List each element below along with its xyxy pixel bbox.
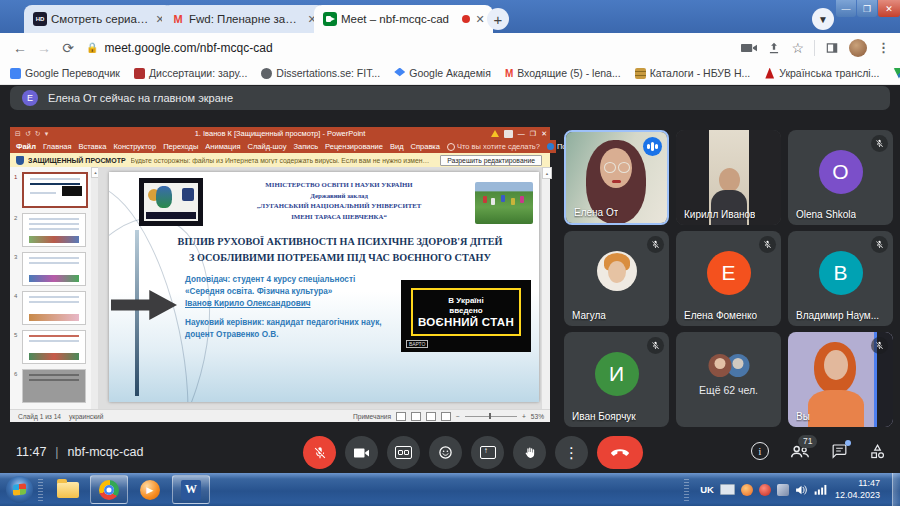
captions-button[interactable] [387,436,420,469]
reactions-button[interactable] [429,436,462,469]
leave-call-button[interactable] [597,436,643,469]
refresh-icon[interactable]: ⟳ [56,36,80,60]
ppt-tab-file[interactable]: Файл [16,142,36,151]
ppt-close-button[interactable]: ✕ [541,130,547,138]
tray-antivirus-icon[interactable] [741,484,753,496]
notes-toggle[interactable]: Примечания [353,413,391,420]
activities-icon[interactable] [869,443,886,460]
tab-close-icon[interactable]: ✕ [473,12,487,26]
participant-tile-kirill-ivanov[interactable]: Кирилл Иванов [676,130,781,225]
thumbnail-scrollbar[interactable]: ▲ [91,167,98,409]
mic-toggle-button[interactable] [303,436,336,469]
zoom-out-icon[interactable]: − [456,413,460,420]
bookmark-transliteration[interactable]: Українська транслі... [757,67,886,79]
keyboard-layout-icon[interactable] [720,484,735,495]
forward-icon[interactable]: → [32,36,56,60]
slide-thumbnail[interactable]: 4 [14,291,94,325]
back-icon[interactable]: ← [8,36,32,60]
self-view-tile[interactable]: Вы [788,332,893,427]
reading-view-icon[interactable] [426,412,436,421]
raise-hand-button[interactable] [513,436,546,469]
taskbar-media-player[interactable]: ▶ [132,476,168,503]
ppt-tab-view[interactable]: Вид [390,142,404,151]
enable-editing-button[interactable]: Разрешить редактирование [440,155,542,166]
language-indicator[interactable]: украинский [69,413,103,420]
normal-view-icon[interactable] [396,412,406,421]
participant-tile-vladimir-naum[interactable]: B Владимир Наум... [788,231,893,326]
participant-photo-avatar [597,251,637,291]
ppt-tab-home[interactable]: Главная [43,142,72,151]
ppt-tab-help[interactable]: Справка [411,142,440,151]
url-text[interactable]: meet.google.com/nbf-mcqc-cad [104,41,272,55]
ppt-tab-animations[interactable]: Анимация [205,142,240,151]
slide-thumbnail[interactable]: 5 [14,330,94,364]
tray-app-icon[interactable] [777,484,789,496]
ppt-tab-review[interactable]: Рецензирование [325,142,383,151]
tab-meet-active[interactable]: Meet – nbf-mcqc-cad ✕ [314,5,493,33]
more-options-button[interactable]: ⋮ [555,436,588,469]
sorter-view-icon[interactable] [411,412,421,421]
tab-gmail[interactable]: M Fwd: Пленарне засідання Всеук ✕ [162,5,325,33]
window-maximize-button[interactable]: ❐ [857,0,877,17]
ppt-tell-me[interactable]: Что вы хотите сделать? [447,142,540,151]
bookmark-dissertations-se[interactable]: Dissertations.se: FIT... [254,67,387,79]
taskbar-chrome[interactable] [90,475,128,504]
network-icon[interactable] [814,484,827,495]
slide-thumbnail[interactable]: 3 [14,252,94,286]
zoom-in-icon[interactable]: + [522,413,526,420]
ppt-tab-insert[interactable]: Вставка [79,142,107,151]
language-indicator[interactable]: UK [700,484,714,495]
bookmark-scholar[interactable]: Google Академія [387,67,498,79]
tray-cleaner-icon[interactable] [759,484,771,496]
ppt-tab-transitions[interactable]: Переходы [163,142,198,151]
zoom-level[interactable]: 53% [531,413,544,420]
slide-thumbnail[interactable]: 1 [14,172,94,208]
bookmark-dissertations-ru[interactable]: Диссертации: зару... [127,67,254,79]
taskbar-explorer[interactable] [50,476,86,503]
ppt-minimize-button[interactable]: — [518,130,525,137]
tab-label: Meet – nbf-mcqc-cad [341,13,455,25]
show-desktop-button[interactable] [892,473,900,506]
volume-icon[interactable] [795,484,808,496]
zoom-slider[interactable] [465,416,517,417]
participant-tile-olena-shkola[interactable]: O Olena Shkola [788,130,893,225]
present-button[interactable] [471,436,504,469]
window-minimize-button[interactable]: — [836,0,856,17]
tab-camera-icon[interactable] [741,42,757,54]
bookmark-translate[interactable]: Google Переводчик [0,67,127,79]
camera-toggle-button[interactable] [345,436,378,469]
ppt-tab-record[interactable]: Запись [293,142,318,151]
chrome-menu-icon[interactable]: ⋮ [877,40,890,55]
people-panel-icon[interactable]: 71 [790,444,810,459]
taskbar-word[interactable]: W [172,475,210,504]
window-close-button[interactable]: ✕ [878,0,900,17]
slide-scrollbar[interactable]: ▲ [541,167,550,409]
bookmark-catalogs[interactable]: Каталоги - НБУВ Н... [628,67,758,79]
share-icon[interactable] [767,41,781,55]
new-tab-button[interactable]: + [487,8,509,30]
profile-avatar[interactable] [849,39,867,57]
slide-thumbnail[interactable]: 6 [14,369,94,403]
participant-tile-elena-fomenko[interactable]: E Елена Фоменко [676,231,781,326]
bookmark-inbox[interactable]: M Входящие (5) - lena... [498,67,628,79]
ppt-tab-design[interactable]: Конструктор [113,142,156,151]
more-participants-tile[interactable]: Ещё 62 чел. [676,332,781,427]
slideshow-view-icon[interactable] [441,412,451,421]
ppt-account-avatar[interactable] [504,130,513,138]
tab-serial[interactable]: HD Смотреть сериал Как избежать ✕ [24,5,173,33]
start-button[interactable] [6,476,33,503]
side-panel-icon[interactable] [825,41,839,55]
taskbar-clock[interactable]: 11:47 12.04.2023 [835,478,880,501]
tab-search-chevron-icon[interactable]: ▼ [812,8,834,30]
bookmark-star-icon[interactable]: ☆ [791,40,804,56]
ppt-restore-button[interactable]: ❐ [530,130,536,138]
ppt-tab-slideshow[interactable]: Слайд-шоу [248,142,287,151]
participant-tile-magula[interactable]: Магула [564,231,669,326]
omnibox[interactable]: 🔒 meet.google.com/nbf-mcqc-cad [86,37,741,59]
slide-thumbnail[interactable]: 2 [14,213,94,247]
participant-tile-elena-ot[interactable]: Елена От [564,130,669,225]
chat-panel-icon[interactable] [831,443,848,459]
bookmark-translator-free[interactable]: Бесплатный перев... [886,67,900,79]
meeting-details-icon[interactable]: i [751,442,769,460]
participant-tile-ivan-boyarchuk[interactable]: И Иван Боярчук [564,332,669,427]
